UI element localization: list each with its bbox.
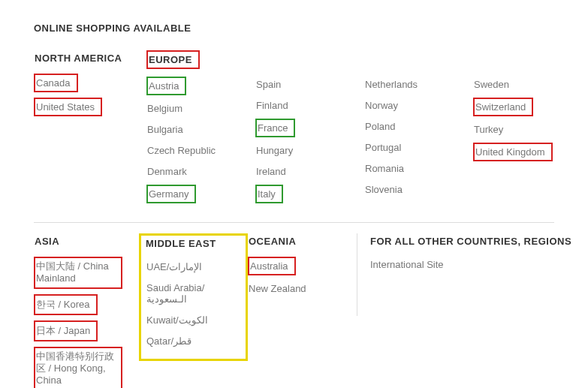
country-sweden[interactable]: Sweden: [473, 77, 515, 92]
country-qatar[interactable]: Qatar/قطر: [146, 333, 198, 349]
country-france[interactable]: France: [255, 119, 295, 137]
country-kuwait[interactable]: Kuwait/الكويت: [146, 312, 214, 328]
country-saudi-arabia[interactable]: Saudi Arabia/الـسعودية: [146, 280, 241, 307]
country-korea[interactable]: 한국 / Korea: [34, 294, 98, 315]
region-north-america: NORTH AMERICA Canada United States: [34, 50, 134, 209]
country-ireland[interactable]: Ireland: [255, 164, 292, 179]
country-netherlands[interactable]: Netherlands: [364, 77, 424, 92]
region-europe: EUROPE Austria Belgium Bulgaria Czech Re…: [146, 50, 582, 209]
country-czech-republic[interactable]: Czech Republic: [146, 143, 222, 158]
region-other: FOR ALL OTHER COUNTRIES, REGIONS Interna…: [357, 233, 577, 316]
country-spain[interactable]: Spain: [255, 77, 287, 92]
section-divider: [34, 222, 554, 223]
region-asia: ASIA 中国大陆 / China Mainland 한국 / Korea 日本…: [34, 233, 139, 388]
heading-europe: EUROPE: [146, 50, 200, 69]
country-china-mainland[interactable]: 中国大陆 / China Mainland: [34, 257, 122, 289]
country-denmark[interactable]: Denmark: [146, 164, 193, 179]
country-hungary[interactable]: Hungary: [255, 143, 299, 158]
country-canada[interactable]: Canada: [34, 74, 78, 92]
country-portugal[interactable]: Portugal: [364, 140, 407, 155]
bottom-regions: ASIA 中国大陆 / China Mainland 한국 / Korea 日本…: [34, 233, 588, 388]
heading-oceania: OCEANIA: [248, 233, 302, 249]
country-poland[interactable]: Poland: [364, 119, 401, 134]
country-bulgaria[interactable]: Bulgaria: [146, 122, 189, 137]
country-slovenia[interactable]: Slovenia: [364, 182, 409, 197]
country-belgium[interactable]: Belgium: [146, 101, 188, 116]
heading-asia: ASIA: [34, 233, 65, 249]
country-austria[interactable]: Austria: [146, 77, 186, 95]
heading-north-america: NORTH AMERICA: [34, 50, 128, 66]
country-new-zealand[interactable]: New Zealand: [248, 281, 312, 296]
country-romania[interactable]: Romania: [364, 161, 410, 176]
country-switzerland[interactable]: Switzerland: [473, 98, 533, 116]
heading-other-countries: FOR ALL OTHER COUNTRIES, REGIONS: [369, 233, 577, 249]
country-finland[interactable]: Finland: [255, 98, 294, 113]
country-germany[interactable]: Germany: [146, 185, 196, 203]
country-norway[interactable]: Norway: [364, 98, 404, 113]
country-italy[interactable]: Italy: [255, 185, 283, 203]
country-uae[interactable]: UAE/الإمارات: [146, 259, 208, 275]
top-regions: NORTH AMERICA Canada United States EUROP…: [34, 50, 588, 209]
country-turkey[interactable]: Turkey: [473, 122, 509, 137]
country-japan[interactable]: 日本 / Japan: [34, 320, 98, 341]
region-middle-east: MIDDLE EAST UAE/الإمارات Saudi Arabia/ال…: [139, 233, 248, 388]
heading-middle-east: MIDDLE EAST: [146, 236, 222, 251]
link-international-site[interactable]: International Site: [369, 257, 450, 272]
region-oceania: OCEANIA Australia New Zealand: [248, 233, 357, 388]
country-australia[interactable]: Australia: [248, 257, 296, 275]
country-united-states[interactable]: United States: [34, 98, 102, 116]
middle-east-highlight-box: MIDDLE EAST UAE/الإمارات Saudi Arabia/ال…: [139, 233, 248, 361]
page-title: ONLINE SHOPPING AVAILABLE: [34, 23, 588, 34]
country-hong-kong[interactable]: 中国香港特别行政区 / Hong Kong, China: [34, 347, 122, 389]
country-united-kingdom[interactable]: United Kingdom: [473, 143, 553, 161]
